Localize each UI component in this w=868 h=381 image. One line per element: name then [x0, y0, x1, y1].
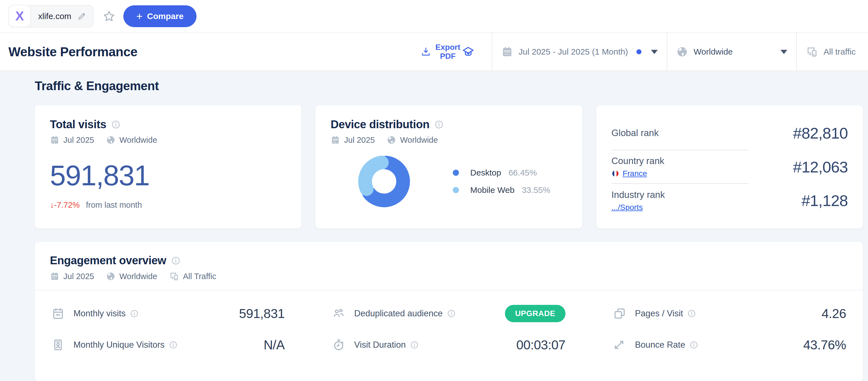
france-flag-icon: [612, 170, 619, 177]
total-visits-geo: Worldwide: [119, 136, 157, 145]
kpi-cards-row: Total visits Jul 2025 Worldwide 591,831 …: [35, 105, 863, 229]
academy-icon[interactable]: [460, 46, 483, 58]
info-icon[interactable]: [410, 341, 418, 349]
device-distribution-geo: Worldwide: [400, 136, 438, 145]
export-pdf-button[interactable]: Export PDF: [421, 43, 460, 61]
engagement-overview-title: Engagement overview: [50, 254, 166, 267]
calendar-icon: [501, 46, 513, 58]
globe-icon: [386, 135, 396, 145]
metric-label: Pages / Visit: [635, 309, 683, 319]
info-icon[interactable]: [111, 120, 120, 129]
device-donut-chart: [358, 155, 411, 208]
total-visits-period: Jul 2025: [63, 136, 94, 145]
info-icon[interactable]: [687, 309, 696, 318]
country-filter-value: Worldwide: [693, 47, 733, 57]
legend-value: 33.55%: [522, 185, 550, 195]
legend-item-desktop: Desktop 66.45%: [453, 168, 550, 177]
page-header: Website Performance Export PDF Jul 2025 …: [0, 33, 868, 71]
traffic-filter-value: All traffic: [824, 47, 856, 57]
calendar-icon: [50, 135, 59, 145]
industry-rank-row: Industry rank .../Sports #1,128: [612, 184, 848, 217]
plus-icon: +: [136, 11, 143, 22]
devices-icon: [169, 271, 179, 281]
metric-bounce-rate: Bounce Rate 43.76%: [613, 337, 846, 352]
chevron-down-icon: [780, 50, 787, 54]
total-visits-title: Total visits: [50, 118, 106, 131]
metric-label: Bounce Rate: [635, 340, 685, 350]
metric-value: 00:03:07: [517, 337, 565, 352]
metric-label: Monthly visits: [73, 309, 126, 319]
metric-label: Monthly Unique Visitors: [73, 340, 164, 350]
engagement-traffic: All Traffic: [183, 272, 216, 281]
engagement-geo: Worldwide: [119, 272, 157, 281]
site-logo: X: [8, 5, 31, 27]
metric-visit-duration: Visit Duration 00:03:07: [332, 337, 565, 352]
country-filter[interactable]: Worldwide: [667, 33, 796, 71]
country-rank-link[interactable]: France: [623, 169, 647, 178]
legend-dot: [453, 187, 459, 193]
pages-icon: [613, 307, 626, 320]
favorite-star-icon[interactable]: [103, 10, 116, 23]
info-icon[interactable]: [130, 309, 138, 318]
legend-value: 66.45%: [508, 168, 537, 177]
rank-card: Global rank #82,810 Country rank France …: [596, 105, 863, 229]
header-controls: Export PDF Jul 2025 - Jul 2025 (1 Month)…: [412, 33, 868, 71]
info-icon[interactable]: [435, 120, 443, 129]
compare-button[interactable]: + Compare: [123, 5, 196, 27]
metric-label: Deduplicated audience: [354, 309, 442, 319]
page-title: Website Performance: [8, 44, 137, 59]
metric-value: 43.76%: [803, 337, 846, 352]
stopwatch-icon: [332, 339, 345, 351]
global-rank-label: Global rank: [612, 128, 659, 138]
industry-rank-label: Industry rank: [612, 189, 665, 200]
download-icon: [421, 47, 431, 57]
date-range-value: Jul 2025 - Jul 2025 (1 Month): [519, 47, 628, 57]
calendar-icon: [50, 272, 59, 281]
calendar-icon: [331, 135, 340, 145]
info-icon[interactable]: [690, 341, 698, 349]
metric-value: 591,831: [239, 306, 285, 321]
total-visits-change-suffix: from last month: [86, 201, 142, 209]
total-visits-card: Total visits Jul 2025 Worldwide 591,831 …: [35, 105, 301, 229]
globe-icon: [106, 135, 116, 145]
legend-label: Mobile Web: [470, 185, 515, 195]
compare-button-label: Compare: [147, 11, 184, 21]
people-icon: [332, 307, 345, 320]
info-icon[interactable]: [169, 341, 178, 349]
legend-item-mobile-web: Mobile Web 33.55%: [453, 185, 550, 195]
engagement-overview-card: Engagement overview Jul 2025 Worldwide: [35, 242, 863, 381]
country-rank-label: Country rank: [612, 155, 664, 166]
total-visits-value: 591,831: [50, 159, 286, 192]
notification-dot: [637, 49, 642, 54]
date-range-picker[interactable]: Jul 2025 - Jul 2025 (1 Month): [492, 33, 667, 71]
calendar-icon: [52, 307, 64, 320]
industry-rank-link[interactable]: .../Sports: [612, 203, 643, 212]
devices-icon: [806, 46, 818, 58]
device-distribution-card: Device distribution Jul 2025 Worldwide: [315, 105, 582, 229]
section-title: Traffic & Engagement: [35, 71, 863, 93]
global-rank-value: #82,810: [793, 124, 848, 142]
id-card-icon: [52, 339, 64, 351]
metric-monthly-visits: Monthly visits 591,831: [52, 305, 285, 322]
main-content: Traffic & Engagement Total visits Jul 20…: [0, 71, 868, 381]
top-bar: X xlife.com + Compare: [0, 0, 868, 33]
info-icon[interactable]: [171, 256, 180, 265]
device-distribution-title: Device distribution: [331, 118, 429, 131]
info-icon[interactable]: [447, 309, 456, 318]
global-rank-row: Global rank #82,810: [612, 116, 848, 150]
engagement-metrics-grid: Monthly visits 591,831 Deduplicated audi…: [35, 290, 863, 352]
legend-dot: [453, 170, 459, 176]
legend-label: Desktop: [470, 168, 501, 177]
device-legend: Desktop 66.45% Mobile Web 33.55%: [453, 168, 550, 195]
industry-rank-value: #1,128: [802, 192, 848, 210]
traffic-filter[interactable]: All traffic: [796, 33, 868, 71]
edit-domain-icon[interactable]: [78, 12, 86, 21]
export-pdf-label: Export PDF: [435, 43, 460, 61]
bounce-arrow-icon: [613, 339, 626, 351]
globe-icon: [676, 46, 688, 58]
total-visits-change: ↓-7.72%: [50, 201, 80, 209]
device-distribution-period: Jul 2025: [344, 136, 375, 145]
upgrade-button[interactable]: UPGRADE: [505, 305, 565, 322]
globe-icon: [106, 272, 116, 281]
domain-chip: X xlife.com: [8, 5, 94, 28]
